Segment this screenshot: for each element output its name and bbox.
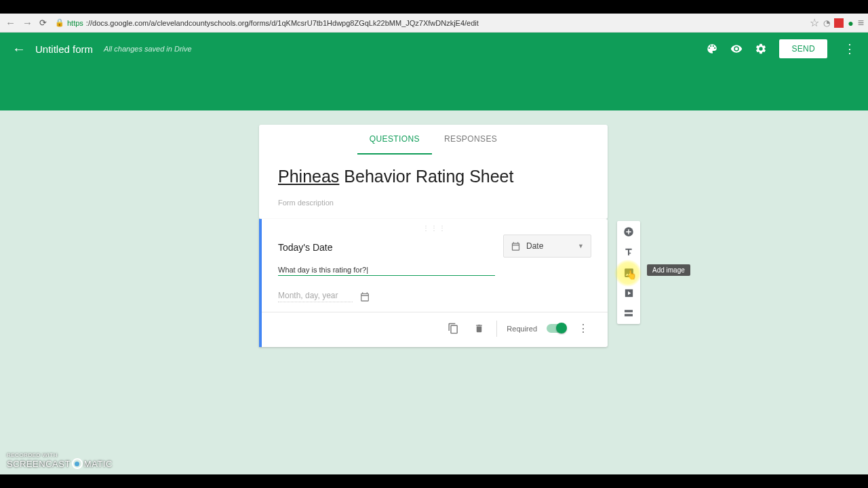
ext-icon-3[interactable]: ●	[848, 18, 853, 28]
url-text: ://docs.google.com/a/clevelandcountyscho…	[86, 19, 479, 27]
settings-icon[interactable]	[755, 43, 767, 55]
star-icon[interactable]: ☆	[810, 16, 819, 29]
question-description[interactable]: What day is this rating for?|	[278, 263, 495, 276]
divider	[496, 321, 497, 337]
tab-questions[interactable]: QUESTIONS	[357, 125, 432, 155]
back-arrow-icon[interactable]: ←	[8, 39, 30, 60]
svg-rect-1	[625, 310, 633, 312]
hamburger-icon[interactable]: ≡	[858, 17, 864, 29]
nav-forward-icon[interactable]: →	[21, 17, 34, 28]
add-title-button[interactable]	[622, 245, 635, 259]
calendar-icon	[359, 291, 370, 302]
ext-icon-1[interactable]: ◔	[823, 18, 830, 28]
required-toggle[interactable]	[547, 324, 566, 333]
more-menu-icon[interactable]: ⋮	[840, 41, 860, 56]
tab-responses[interactable]: RESPONSES	[432, 125, 509, 155]
duplicate-icon[interactable]	[445, 320, 462, 337]
url-scheme: https	[67, 19, 83, 27]
form-card: QUESTIONS RESPONSES Phineas Behavior Rat…	[259, 125, 608, 219]
address-bar[interactable]: 🔒 https://docs.google.com/a/clevelandcou…	[52, 18, 806, 27]
add-question-button[interactable]	[622, 225, 635, 239]
app-header: ← Untitled form All changes saved in Dri…	[0, 33, 868, 110]
question-title[interactable]: Today's Date	[278, 238, 490, 254]
preview-icon[interactable]	[730, 43, 743, 55]
browser-toolbar: ← → ⟳ 🔒 https://docs.google.com/a/clevel…	[0, 14, 868, 33]
send-button[interactable]: SEND	[779, 39, 827, 58]
svg-rect-2	[625, 314, 633, 316]
watermark-logo-icon	[72, 458, 83, 469]
question-more-icon[interactable]: ⋮	[575, 319, 591, 338]
drag-handle-icon[interactable]: ⋮⋮⋮	[278, 224, 591, 232]
watermark-brand1: SCREENCAST	[7, 459, 71, 469]
nav-back-icon[interactable]: ←	[4, 17, 17, 28]
reload-icon[interactable]: ⟳	[38, 18, 48, 28]
ext-icon-2[interactable]	[834, 18, 844, 28]
form-title-part2: Behavior Rating Sheet	[339, 167, 513, 186]
date-answer-field: Month, day, year	[278, 291, 591, 302]
calendar-icon	[511, 241, 521, 251]
lock-icon: 🔒	[55, 18, 64, 27]
add-section-button[interactable]	[622, 306, 635, 320]
watermark: RECORDED WITH SCREENCAST MATIC	[7, 452, 113, 469]
save-status: All changes saved in Drive	[104, 45, 192, 53]
palette-icon[interactable]	[706, 43, 718, 55]
tabs: QUESTIONS RESPONSES	[259, 125, 608, 155]
watermark-brand2: MATIC	[84, 459, 113, 469]
chevron-down-icon: ▼	[578, 243, 584, 249]
date-placeholder: Month, day, year	[278, 291, 353, 302]
question-type-label: Date	[526, 241, 543, 251]
delete-icon[interactable]	[471, 320, 487, 337]
question-type-dropdown[interactable]: Date ▼	[503, 235, 591, 258]
form-title-part1: Phineas	[278, 167, 339, 186]
question-card: ⋮⋮⋮ Today's Date Date ▼ What day is this…	[259, 219, 608, 347]
floating-toolbar	[617, 221, 640, 324]
form-title[interactable]: Phineas Behavior Rating Sheet	[278, 167, 589, 186]
extension-icons: ☆ ◔ ● ≡	[810, 16, 864, 29]
watermark-line1: RECORDED WITH	[7, 452, 113, 458]
document-title[interactable]: Untitled form	[35, 43, 93, 55]
tooltip: Add image	[647, 264, 690, 276]
form-description[interactable]: Form description	[278, 199, 589, 207]
required-label: Required	[507, 325, 537, 333]
add-image-button[interactable]	[622, 266, 635, 279]
add-video-button[interactable]	[622, 286, 635, 300]
